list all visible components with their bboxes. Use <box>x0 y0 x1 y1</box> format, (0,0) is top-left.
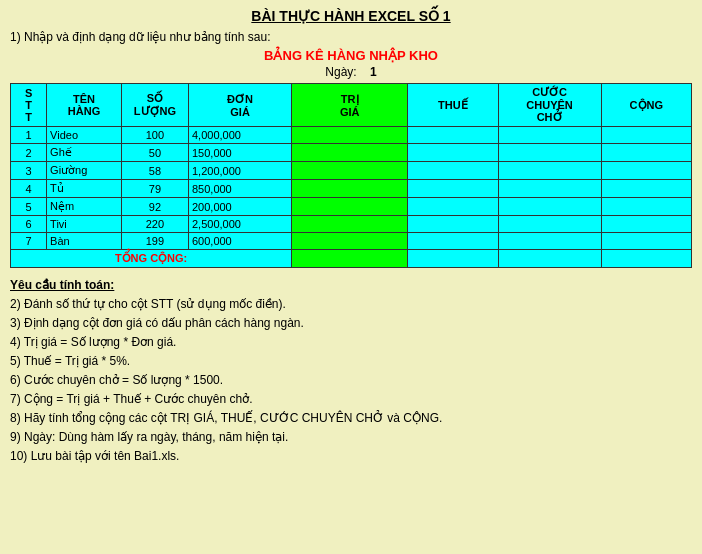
ngay-value: 1 <box>370 65 377 79</box>
cell-tri-gia <box>292 144 408 162</box>
cell-tri-gia <box>292 180 408 198</box>
cell-stt: 1 <box>11 127 47 144</box>
ngay-line: Ngày: 1 <box>10 65 692 79</box>
cell-stt: 4 <box>11 180 47 198</box>
cell-cuoc-chuyen-cho <box>498 127 601 144</box>
hang-nhap-kho-table: STT TÊNHÀNG SỐ LƯỢNG ĐƠNGIÁ TRỊGIÁ THUẾ … <box>10 83 692 268</box>
cell-don-gia: 150,000 <box>188 144 291 162</box>
header-thue: THUẾ <box>408 84 498 127</box>
cell-stt: 5 <box>11 198 47 216</box>
yeu-cau-item: 3) Định dạng cột đơn giá có dấu phân các… <box>10 314 692 332</box>
cell-thue <box>408 233 498 250</box>
yeu-cau-item: 9) Ngày: Dùng hàm lấy ra ngày, tháng, nă… <box>10 428 692 446</box>
cell-don-gia: 600,000 <box>188 233 291 250</box>
cell-so-luong: 50 <box>121 144 188 162</box>
table-row: 3Giường581,200,000 <box>11 162 692 180</box>
cell-thue <box>408 144 498 162</box>
cell-cong <box>601 180 691 198</box>
cell-don-gia: 1,200,000 <box>188 162 291 180</box>
bang-ke-title: BẢNG KÊ HÀNG NHẬP KHO <box>10 48 692 63</box>
table-row: 2Ghế50150,000 <box>11 144 692 162</box>
cell-cong <box>601 198 691 216</box>
cell-thue <box>408 162 498 180</box>
tong-cong <box>601 250 691 268</box>
cell-ten-hang: Tủ <box>47 180 122 198</box>
cell-ten-hang: Bàn <box>47 233 122 250</box>
cell-thue <box>408 198 498 216</box>
header-cuoc-chuyen-cho: CƯỚCCHUYÊNCHỞ <box>498 84 601 127</box>
yeu-cau-item: 6) Cước chuyên chở = Số lượng * 1500. <box>10 371 692 389</box>
table-row: 5Nệm92200,000 <box>11 198 692 216</box>
yeu-cau-items-container: 2) Đánh số thứ tự cho cột STT (sử dụng m… <box>10 295 692 465</box>
header-don-gia: ĐƠNGIÁ <box>188 84 291 127</box>
header-tri-gia: TRỊGIÁ <box>292 84 408 127</box>
cell-so-luong: 100 <box>121 127 188 144</box>
yeu-cau-item: 5) Thuế = Trị giá * 5%. <box>10 352 692 370</box>
cell-cong <box>601 162 691 180</box>
cell-tri-gia <box>292 198 408 216</box>
table-row: 6Tivi2202,500,000 <box>11 216 692 233</box>
cell-ten-hang: Tivi <box>47 216 122 233</box>
cell-ten-hang: Nệm <box>47 198 122 216</box>
cell-cong <box>601 127 691 144</box>
cell-cuoc-chuyen-cho <box>498 162 601 180</box>
page-title: BÀI THỰC HÀNH EXCEL SỐ 1 <box>10 8 692 24</box>
header-so-luong: SỐ LƯỢNG <box>121 84 188 127</box>
header-stt: STT <box>11 84 47 127</box>
cell-tri-gia <box>292 216 408 233</box>
cell-cuoc-chuyen-cho <box>498 198 601 216</box>
cell-thue <box>408 127 498 144</box>
cell-don-gia: 200,000 <box>188 198 291 216</box>
cell-so-luong: 92 <box>121 198 188 216</box>
cell-don-gia: 4,000,000 <box>188 127 291 144</box>
cell-stt: 3 <box>11 162 47 180</box>
cell-ten-hang: Video <box>47 127 122 144</box>
cell-stt: 7 <box>11 233 47 250</box>
cell-ten-hang: Giường <box>47 162 122 180</box>
cell-so-luong: 220 <box>121 216 188 233</box>
table-header-row: STT TÊNHÀNG SỐ LƯỢNG ĐƠNGIÁ TRỊGIÁ THUẾ … <box>11 84 692 127</box>
yeu-cau-item: 2) Đánh số thứ tự cho cột STT (sử dụng m… <box>10 295 692 313</box>
intro-line: 1) Nhập và định dạng dữ liệu như bảng tí… <box>10 30 692 44</box>
cell-cong <box>601 144 691 162</box>
cell-cuoc-chuyen-cho <box>498 216 601 233</box>
cell-so-luong: 199 <box>121 233 188 250</box>
tong-tri-gia <box>292 250 408 268</box>
yeu-cau-item: 7) Cộng = Trị giá + Thuế + Cước chuyên c… <box>10 390 692 408</box>
cell-cuoc-chuyen-cho <box>498 144 601 162</box>
cell-tri-gia <box>292 233 408 250</box>
cell-cong <box>601 216 691 233</box>
header-ten-hang: TÊNHÀNG <box>47 84 122 127</box>
table-row: 1Video1004,000,000 <box>11 127 692 144</box>
cell-cuoc-chuyen-cho <box>498 233 601 250</box>
yeu-cau-title: Yêu cầu tính toán: <box>10 278 692 292</box>
tong-cong-row: TỔNG CỘNG: <box>11 250 692 268</box>
yeu-cau-item: 8) Hãy tính tổng cộng các cột TRỊ GIÁ, T… <box>10 409 692 427</box>
header-cong: CỘNG <box>601 84 691 127</box>
cell-don-gia: 850,000 <box>188 180 291 198</box>
yeu-cau-item: 10) Lưu bài tập với tên Bai1.xls. <box>10 447 692 465</box>
cell-stt: 6 <box>11 216 47 233</box>
table-row: 7Bàn199600,000 <box>11 233 692 250</box>
tong-cuoc <box>498 250 601 268</box>
tong-thue <box>408 250 498 268</box>
table-row: 4Tủ79850,000 <box>11 180 692 198</box>
cell-so-luong: 58 <box>121 162 188 180</box>
cell-tri-gia <box>292 127 408 144</box>
yeu-cau-item: 4) Trị giá = Số lượng * Đơn giá. <box>10 333 692 351</box>
cell-cong <box>601 233 691 250</box>
cell-thue <box>408 180 498 198</box>
cell-so-luong: 79 <box>121 180 188 198</box>
cell-cuoc-chuyen-cho <box>498 180 601 198</box>
cell-don-gia: 2,500,000 <box>188 216 291 233</box>
cell-thue <box>408 216 498 233</box>
cell-ten-hang: Ghế <box>47 144 122 162</box>
cell-stt: 2 <box>11 144 47 162</box>
yeu-cau-section: Yêu cầu tính toán: 2) Đánh số thứ tự cho… <box>10 274 692 470</box>
ngay-label: Ngày: <box>325 65 356 79</box>
cell-tri-gia <box>292 162 408 180</box>
tong-cong-label: TỔNG CỘNG: <box>11 250 292 268</box>
